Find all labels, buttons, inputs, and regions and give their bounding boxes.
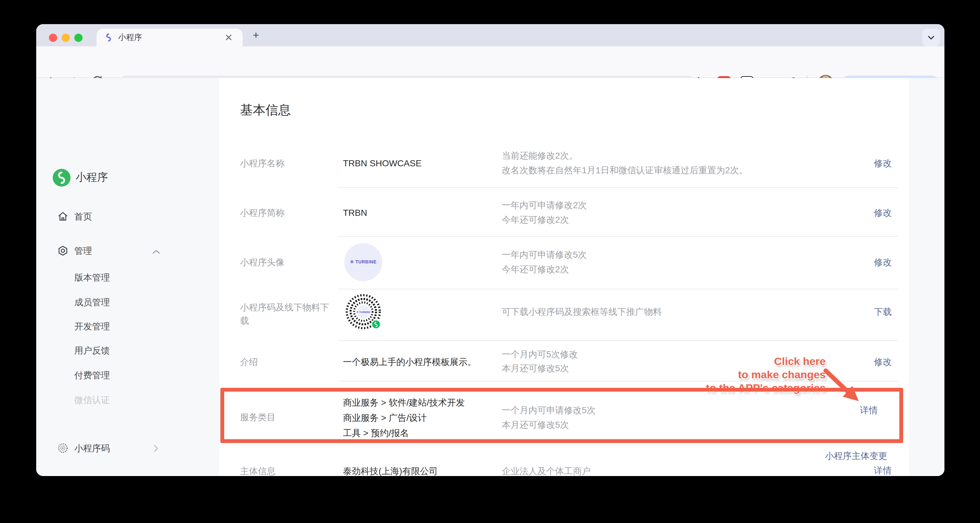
row-value: 一个极易上手的小程序模板展示。 xyxy=(343,357,476,368)
row-label: 主体信息 xyxy=(240,466,276,476)
chevron-right-icon xyxy=(151,443,161,454)
row-value: 工具 > 预约/报名 xyxy=(343,428,409,439)
row-note: 当前还能修改2次。 xyxy=(502,151,578,162)
subject-change-link[interactable]: 小程序主体变更 xyxy=(825,451,887,462)
bell-icon xyxy=(57,475,69,476)
sidebar-brand: 小程序 xyxy=(76,170,108,185)
sidebar-item-manage[interactable]: 管理 xyxy=(74,246,92,257)
row-divider xyxy=(339,340,898,341)
row-note: 一个月内可5次修改 xyxy=(502,349,578,361)
modify-link[interactable]: 修改 xyxy=(874,357,892,368)
sidebar-item-member-manage[interactable]: 成员管理 xyxy=(74,297,110,309)
svg-text:✻ TURBINE: ✻ TURBINE xyxy=(356,311,371,314)
screenshot-stage: 小程序 + xyxy=(0,0,980,523)
minimize-window-button[interactable] xyxy=(62,34,70,42)
right-gutter xyxy=(909,78,945,476)
row-value: 商业服务 > 软件/建站/技术开发 xyxy=(343,397,465,409)
home-icon xyxy=(57,210,69,223)
row-label: 介绍 xyxy=(240,357,258,368)
modify-link[interactable]: 修改 xyxy=(874,208,892,219)
row-note: 一年内可申请修改2次 xyxy=(502,200,587,211)
sidebar-item-user-feedback[interactable]: 用户反馈 xyxy=(74,345,110,357)
browser-window: 小程序 + xyxy=(36,24,945,476)
chevron-down-icon xyxy=(927,33,935,42)
page-title: 基本信息 xyxy=(240,101,291,119)
sidebar-item-wechat-verification[interactable]: 微信认证 xyxy=(74,395,110,406)
zoom-window-button[interactable] xyxy=(74,34,83,42)
row-note: 本月还可修改5次 xyxy=(502,420,569,431)
row-divider xyxy=(339,289,898,289)
miniprogram-avatar: ✻ TURBINE xyxy=(344,243,382,281)
manage-icon xyxy=(57,244,69,257)
row-value: 商业服务 > 广告/设计 xyxy=(343,412,427,424)
tab-favicon-miniprogram-icon xyxy=(103,32,114,43)
row-label: 服务类目 xyxy=(240,412,276,423)
miniprogram-code-icon xyxy=(57,442,69,455)
tab-close-icon[interactable] xyxy=(225,34,232,41)
row-label: 小程序名称 xyxy=(240,158,285,170)
browser-tab[interactable]: 小程序 xyxy=(97,29,243,46)
sidebar: 小程序 首页 管理 版本管理 成员管理 开发管理 xyxy=(36,78,219,476)
miniprogram-logo xyxy=(53,169,70,187)
row-divider xyxy=(339,187,898,188)
row-label: 小程序简称 xyxy=(240,208,285,219)
miniprogram-s-icon xyxy=(53,169,70,187)
tab-title: 小程序 xyxy=(118,29,142,46)
row-note: 可下载小程序码及搜索框等线下推广物料 xyxy=(502,307,662,318)
row-divider xyxy=(339,236,898,237)
sidebar-item-payment-manage[interactable]: 付费管理 xyxy=(74,370,110,382)
row-label: 小程序码及线下物料下载 xyxy=(240,301,337,328)
row-note: 本月还可修改5次 xyxy=(502,363,569,374)
row-note: 改名次数将在自然年1月1日和微信认证审核通过后重置为2次。 xyxy=(502,165,748,176)
sidebar-item-dev-manage[interactable]: 开发管理 xyxy=(74,321,110,333)
modify-link[interactable]: 修改 xyxy=(874,257,892,268)
sidebar-item-mp-code[interactable]: 小程序码 xyxy=(74,443,110,455)
row-note: 一年内可申请修改5次 xyxy=(502,249,587,261)
browser-toolbar: mp.weixin.qq.com/wxamp/basicprofile/inde… xyxy=(36,46,945,78)
row-note: 今年还可修改2次 xyxy=(502,214,569,226)
row-note: 今年还可修改2次 xyxy=(502,264,569,276)
miniprogram-qr-code: ✻ TURBINE xyxy=(344,292,383,331)
new-tab-button[interactable]: + xyxy=(253,27,259,44)
row-value: TRBN SHOWCASE xyxy=(343,158,422,168)
row-value: 泰劲科技(上海)有限公司 xyxy=(343,466,438,476)
row-note: 企业法人及个体工商户 xyxy=(502,466,591,476)
row-label: 小程序头像 xyxy=(240,257,285,268)
row-note: 一个月内可申请修改5次 xyxy=(502,405,596,416)
details-link[interactable]: 详情 xyxy=(860,405,878,416)
tab-search-button[interactable] xyxy=(922,29,940,46)
chevron-up-icon[interactable] xyxy=(151,246,162,258)
details-link[interactable]: 详情 xyxy=(874,465,892,476)
modify-link[interactable]: 修改 xyxy=(874,158,892,170)
sidebar-item-version-manage[interactable]: 版本管理 xyxy=(74,272,110,284)
sidebar-item-home[interactable]: 首页 xyxy=(74,211,92,223)
download-link[interactable]: 下载 xyxy=(874,307,892,318)
tab-strip: 小程序 + xyxy=(36,24,945,46)
row-value: TRBN xyxy=(343,208,367,218)
close-window-button[interactable] xyxy=(49,34,57,42)
